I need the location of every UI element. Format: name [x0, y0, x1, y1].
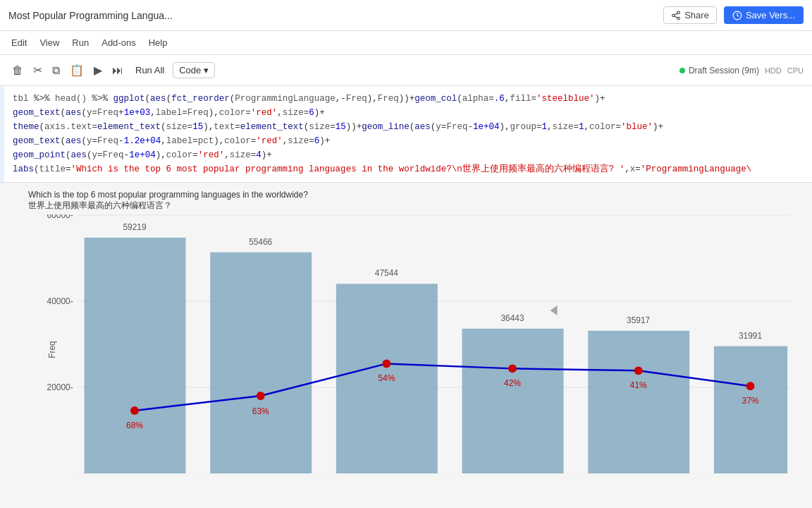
run-button[interactable]: ▶	[90, 60, 106, 80]
menu-view[interactable]: View	[34, 35, 65, 51]
save-icon	[732, 11, 742, 20]
session-status-dot	[679, 68, 685, 73]
cell-gutter: tbl %>% head() %>% ggplot(aes(fct_reorde…	[0, 86, 812, 182]
chart-wrap: Freq 20000- 40000- 60000- 59219 55466 47…	[0, 214, 812, 476]
bar-2	[210, 253, 312, 474]
save-label: Save Vers...	[746, 10, 795, 20]
toolbar-right: Draft Session (9m) HDD CPU	[679, 66, 804, 75]
topbar: Most Popular Programming Langua... Share…	[0, 0, 812, 31]
delete-button[interactable]: 🗑	[8, 61, 27, 80]
pct-2: 63%	[252, 406, 269, 416]
cell-code-content[interactable]: tbl %>% head() %>% ggplot(aes(fct_reorde…	[4, 86, 812, 182]
y-tick-40000: 40000-	[47, 296, 73, 306]
y-axis-label: Freq	[47, 341, 57, 358]
cpu-icon[interactable]: CPU	[787, 66, 804, 75]
menubar: Edit View Run Add-ons Help	[0, 31, 812, 55]
pct-6: 37%	[742, 396, 759, 406]
y-tick-60000: 60000-	[47, 214, 73, 220]
bar-6-freq: 31991	[739, 331, 762, 341]
menu-edit[interactable]: Edit	[6, 35, 32, 51]
svg-point-0	[677, 11, 680, 13]
chevron-down-icon: ▾	[204, 65, 209, 75]
draft-session-label: Draft Session (9m)	[689, 66, 759, 75]
menu-help[interactable]: Help	[143, 35, 173, 51]
hdd-icon[interactable]: HDD	[765, 66, 782, 75]
copy-button[interactable]: ⧉	[49, 61, 63, 80]
sidebar-icons: HDD CPU	[765, 66, 804, 75]
save-button[interactable]: Save Vers...	[724, 6, 804, 24]
share-icon	[671, 11, 681, 20]
share-button[interactable]: Share	[663, 6, 717, 24]
code-dropdown[interactable]: Code ▾	[173, 62, 215, 78]
bar-chart-svg: Freq 20000- 40000- 60000- 59219 55466 47…	[42, 214, 798, 473]
draft-session-badge: Draft Session (9m)	[679, 66, 759, 75]
pct-4: 42%	[504, 378, 521, 388]
paste-button[interactable]: 📋	[66, 60, 87, 80]
toolbar: 🗑 ✂ ⧉ 📋 ▶ ⏭ Run All Code ▾ Draft Session…	[0, 55, 812, 86]
bar-1	[85, 238, 186, 473]
chart-area: Which is the top 6 most popular programm…	[0, 183, 812, 476]
bar-5	[588, 331, 689, 473]
chart-title: Which is the top 6 most popular programm…	[0, 183, 812, 214]
y-tick-20000: 20000-	[47, 382, 73, 392]
bar-2-freq: 55466	[249, 237, 272, 247]
chart-title-zh: 世界上使用频率最高的六种编程语言？	[28, 200, 784, 212]
menu-run[interactable]: Run	[66, 35, 94, 51]
run-all-button[interactable]: Run All	[130, 62, 170, 78]
dot-6	[746, 382, 755, 390]
chart-title-en: Which is the top 6 most popular programm…	[28, 190, 784, 200]
dot-1	[130, 406, 139, 415]
bar-4	[462, 329, 564, 473]
svg-point-1	[672, 14, 675, 17]
code-cell: tbl %>% head() %>% ggplot(aes(fct_reorde…	[0, 86, 812, 183]
bar-1-freq: 59219	[123, 222, 146, 232]
pct-3: 54%	[378, 373, 395, 383]
svg-line-4	[675, 13, 677, 14]
bar-3-freq: 47544	[375, 268, 398, 278]
cut-button[interactable]: ✂	[30, 60, 46, 80]
run-all-skip-button[interactable]: ⏭	[109, 61, 127, 80]
pct-5: 41%	[630, 380, 647, 390]
bar-5-freq: 35917	[627, 315, 650, 325]
topbar-right: Share Save Vers...	[663, 6, 804, 24]
code-editor[interactable]: tbl %>% head() %>% ggplot(aes(fct_reorde…	[13, 92, 804, 176]
dot-4	[508, 364, 517, 373]
share-label: Share	[684, 10, 709, 20]
run-all-label: Run All	[135, 65, 164, 75]
svg-line-3	[675, 16, 677, 17]
bar-4-freq: 36443	[500, 313, 524, 323]
svg-point-2	[677, 17, 680, 20]
dot-2	[257, 392, 265, 400]
dot-5	[634, 366, 643, 375]
code-type-label: Code	[179, 65, 201, 75]
pct-1: 68%	[126, 421, 143, 430]
dot-3	[382, 359, 390, 368]
menu-addons[interactable]: Add-ons	[96, 35, 141, 51]
bar-6	[714, 346, 787, 474]
window-title: Most Popular Programming Langua...	[8, 10, 173, 21]
